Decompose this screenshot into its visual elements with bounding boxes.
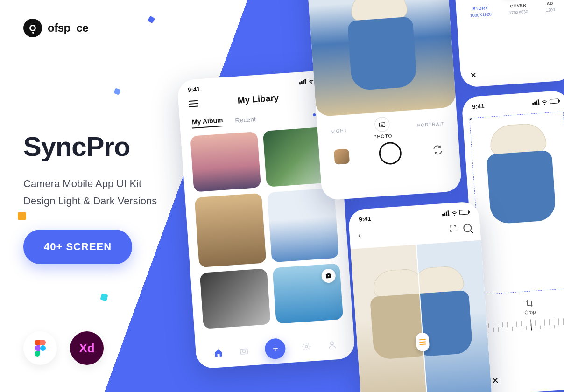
photo-thumbnail[interactable] [200, 268, 271, 329]
crop-tool-button[interactable]: Crop [476, 295, 564, 319]
nav-profile-icon[interactable] [327, 339, 338, 350]
hero-subtitle: Camera Mobile App UI Kit Design Light & … [23, 175, 191, 210]
phone-compare-screen: 9:41 ‹ [348, 201, 493, 392]
bottom-nav: + [195, 333, 355, 365]
phone-export-screen: f STORY 1080X1920 COVER 1702X630 AD 1200… [454, 0, 564, 88]
status-icons [532, 97, 559, 106]
compare-after [416, 240, 493, 392]
status-time: 9:41 [359, 215, 371, 223]
screen-count-badge[interactable]: 40+ SCREEN [23, 230, 132, 264]
photo-thumbnail[interactable] [267, 188, 339, 263]
camera-icon [374, 116, 390, 132]
page-title: My Libary [237, 92, 279, 105]
photo-thumbnail[interactable] [194, 193, 266, 268]
mode-portrait[interactable]: PORTRAIT [417, 121, 444, 128]
adobe-xd-icon: Xd [70, 331, 104, 365]
last-photo-thumbnail[interactable] [334, 149, 350, 165]
hero-title: SyncPro [23, 131, 191, 162]
brand-name: ofsp_ce [48, 21, 88, 35]
nav-camera-icon[interactable] [239, 345, 249, 356]
svg-point-1 [243, 350, 246, 353]
compare-slider-handle[interactable] [416, 332, 430, 352]
flip-camera-icon[interactable] [431, 143, 445, 157]
crop-area[interactable] [469, 112, 564, 295]
rotation-ruler[interactable] [484, 317, 564, 333]
subtitle-line-1: Camera Mobile App UI Kit [23, 175, 191, 192]
svg-rect-4 [379, 123, 385, 127]
svg-point-5 [381, 124, 383, 126]
shutter-button[interactable] [378, 141, 402, 165]
status-time: 9:41 [472, 102, 485, 110]
menu-icon[interactable] [189, 100, 198, 107]
status-icons [442, 208, 469, 217]
phone-camera-screen: NIGHT PHOTO PORTRAIT [305, 0, 462, 201]
decorative-dot [100, 293, 108, 301]
search-icon[interactable] [463, 223, 472, 232]
compare-before [351, 245, 428, 392]
photo-thumbnail[interactable] [190, 132, 261, 192]
tab-my-album[interactable]: My Album [192, 116, 224, 129]
svg-rect-0 [240, 349, 248, 354]
crop-handle[interactable] [469, 116, 472, 120]
figma-icon [23, 331, 57, 365]
tab-recent[interactable]: Recent [235, 115, 256, 124]
svg-point-3 [330, 342, 333, 345]
add-button[interactable]: + [264, 338, 286, 360]
scan-icon[interactable] [449, 224, 457, 233]
brand-logo-icon [23, 19, 42, 37]
size-option-cover[interactable]: COVER 1702X630 [508, 3, 529, 15]
nav-settings-icon[interactable] [301, 341, 311, 352]
nav-home-icon[interactable] [213, 347, 224, 358]
camera-viewfinder [305, 0, 456, 117]
mode-night[interactable]: NIGHT [330, 128, 347, 134]
mode-photo[interactable]: PHOTO [372, 116, 393, 140]
brand: ofsp_ce [23, 19, 191, 37]
camera-badge-icon[interactable] [321, 268, 336, 283]
close-icon[interactable]: ✕ [470, 70, 477, 81]
subtitle-line-2: Design Light & Dark Versions [23, 192, 191, 210]
back-icon[interactable]: ‹ [358, 231, 361, 240]
close-icon[interactable]: ✕ [491, 375, 500, 386]
size-option-story[interactable]: STORY 1080X1920 [469, 5, 492, 18]
size-option-ad[interactable]: AD 1200 [545, 1, 555, 13]
svg-point-2 [305, 345, 307, 348]
status-time: 9:41 [188, 85, 200, 93]
photo-thumbnail[interactable] [272, 263, 343, 324]
